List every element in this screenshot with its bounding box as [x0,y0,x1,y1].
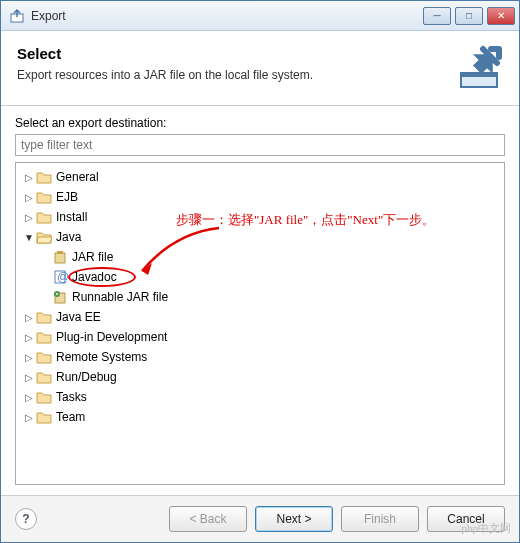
tree-item-ejb[interactable]: ▷EJB [16,187,504,207]
destination-label: Select an export destination: [15,116,505,130]
folder-icon [36,370,52,384]
finish-button[interactable]: Finish [341,506,419,532]
tree-item-jar-file[interactable]: JAR file [16,247,504,267]
javadoc-icon: @ [52,269,68,285]
tree-item-install[interactable]: ▷Install [16,207,504,227]
folder-icon [36,170,52,184]
folder-icon [36,210,52,224]
folder-icon [36,410,52,424]
export-icon [9,8,25,24]
folder-icon [36,350,52,364]
dialog-footer: ? < Back Next > Finish Cancel php中文网 [1,495,519,542]
back-button[interactable]: < Back [169,506,247,532]
dialog-body: Select an export destination: ▷General ▷… [1,106,519,495]
tree-item-javadoc[interactable]: @Javadoc [16,267,504,287]
svg-rect-3 [55,253,65,263]
next-button[interactable]: Next > [255,506,333,532]
folder-icon [36,390,52,404]
tree-item-tasks[interactable]: ▷Tasks [16,387,504,407]
export-large-icon [455,45,503,93]
export-dialog: Export ─ □ ✕ Select Export resources int… [0,0,520,543]
close-button[interactable]: ✕ [487,7,515,25]
tree-item-plugin-dev[interactable]: ▷Plug-in Development [16,327,504,347]
tree-item-remote-systems[interactable]: ▷Remote Systems [16,347,504,367]
page-subtitle: Export resources into a JAR file on the … [17,68,447,82]
window-title: Export [31,9,423,23]
destination-tree[interactable]: ▷General ▷EJB ▷Install ▼Java JAR file @J… [15,162,505,485]
runnable-jar-icon [52,289,68,305]
tree-item-java[interactable]: ▼Java [16,227,504,247]
svg-rect-2 [461,73,497,77]
tree-item-javaee[interactable]: ▷Java EE [16,307,504,327]
filter-input[interactable] [15,134,505,156]
tree-item-runnable-jar[interactable]: Runnable JAR file [16,287,504,307]
page-title: Select [17,45,447,62]
svg-rect-4 [57,251,63,254]
cancel-button[interactable]: Cancel [427,506,505,532]
dialog-header: Select Export resources into a JAR file … [1,31,519,106]
titlebar: Export ─ □ ✕ [1,1,519,31]
tree-item-team[interactable]: ▷Team [16,407,504,427]
tree-item-general[interactable]: ▷General [16,167,504,187]
minimize-button[interactable]: ─ [423,7,451,25]
folder-icon [36,190,52,204]
tree-item-run-debug[interactable]: ▷Run/Debug [16,367,504,387]
maximize-button[interactable]: □ [455,7,483,25]
svg-text:@: @ [57,270,68,284]
jar-icon [52,249,68,265]
help-button[interactable]: ? [15,508,37,530]
folder-icon [36,310,52,324]
window-controls: ─ □ ✕ [423,7,515,25]
folder-open-icon [36,230,52,244]
folder-icon [36,330,52,344]
